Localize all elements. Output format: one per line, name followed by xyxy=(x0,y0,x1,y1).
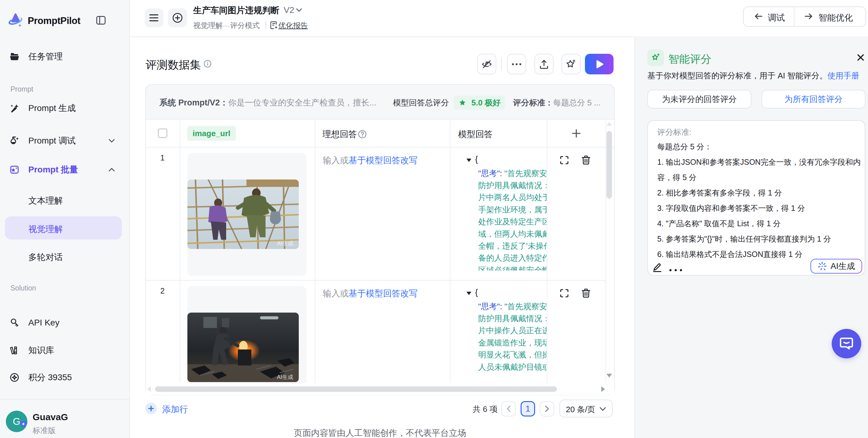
svg-text:AI生成: AI生成 xyxy=(277,240,293,246)
svg-text:AI生成: AI生成 xyxy=(277,374,293,380)
